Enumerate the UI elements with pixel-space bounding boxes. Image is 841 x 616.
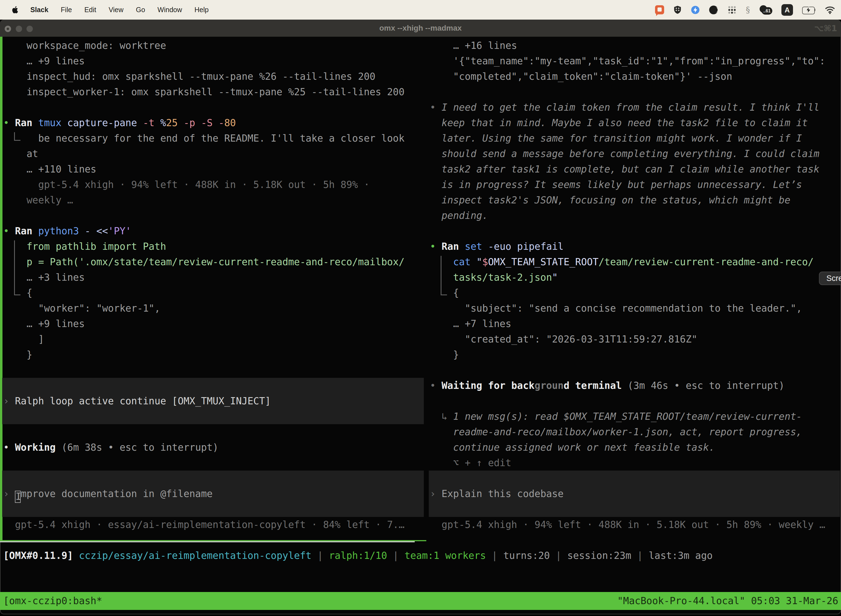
left-pane-line: "worker": "worker-1", [3, 301, 160, 316]
terminal-content[interactable]: workspace_mode: worktree … +9 lines insp… [0, 37, 841, 615]
terminal-window: omx --xhigh --madmax ⌥⌘1 workspace_mode:… [0, 20, 841, 615]
right-pane-line: "completed","claim_token":"claim-token"}… [430, 69, 732, 84]
dots-grid-icon[interactable] [727, 5, 737, 15]
right-pane-line: "created_at": "2026-03-31T11:59:27.816Z" [430, 331, 697, 347]
screen-share-icon[interactable] [655, 5, 664, 14]
messenger-icon[interactable] [691, 6, 700, 14]
tmux-status-bar: [omx-cczip0:bash*"MacBook-Pro-44.local" … [0, 592, 841, 610]
left-pane-line: { [3, 285, 32, 301]
window-shortcut-hint: ⌥⌘1 [814, 20, 837, 37]
menu-status-icons: § ..61 A [655, 4, 841, 16]
right-pane-line: inspect task2's JSON, focusing on the st… [430, 192, 790, 208]
title-bar[interactable]: omx --xhigh --madmax ⌥⌘1 [0, 20, 841, 37]
menu-item-edit[interactable]: Edit [84, 6, 96, 13]
wifi-icon[interactable] [825, 6, 835, 14]
right-pane-line: is in progress? It seems likely but perh… [430, 177, 802, 192]
seahorse-icon[interactable]: § [746, 5, 750, 15]
left-pane-line: from pathlib import Path [3, 239, 166, 254]
shield-icon[interactable] [673, 6, 682, 14]
menu-item-view[interactable]: View [109, 6, 124, 13]
right-pane-line: ⌥ + ↑ edit [430, 455, 511, 471]
left-pane-line: • Ran python3 - <<'PY' [3, 223, 131, 239]
left-pane-line: … +9 lines [3, 53, 85, 69]
omx-status-line: [OMX#0.11.9] cczip/essay/ai-reimplementa… [3, 548, 713, 563]
left-pane-line: weekly … [3, 192, 73, 208]
left-pane-line: … +9 lines [3, 316, 85, 331]
menu-items: SlackFileEditViewGoWindowHelp [18, 6, 209, 14]
right-pane-line: task2 after task1 is complete, but can I… [430, 161, 819, 177]
left-pane-line: workspace_mode: worktree [3, 38, 166, 53]
left-pane-line: • Working (6m 38s • esc to interrupt) [3, 440, 218, 455]
window-title: omx --xhigh --madmax [0, 20, 841, 37]
left-pane-line: … +3 lines [3, 270, 85, 285]
right-pane-line: '{"team_name":"my-team","task_id":"1","f… [430, 53, 825, 69]
menu-left: SlackFileEditViewGoWindowHelp [0, 6, 209, 14]
pane-divider[interactable] [0, 37, 3, 540]
keyboard-a-icon[interactable]: A [781, 4, 793, 16]
left-pane-line: gpt-5.4 xhigh · essay/ai-reimplementatio… [3, 517, 404, 532]
apple-menu[interactable] [12, 6, 18, 14]
menu-item-window[interactable]: Window [158, 6, 182, 13]
right-pane-line: { [430, 285, 459, 301]
screenshot-tooltip: Scre [819, 271, 841, 285]
menu-item-help[interactable]: Help [195, 6, 209, 13]
right-pane-line: keep that in mind. Maybe I also need the… [430, 115, 808, 131]
menu-item-go[interactable]: Go [136, 6, 145, 13]
right-pane-line: "subject": "send a concise recommendatio… [430, 301, 802, 316]
right-pane-line: › Explain this codebase [430, 486, 564, 502]
left-pane-line: › Improve documentation in @filename [3, 486, 213, 502]
left-pane-line: inspect_hud: omx sparkshell --tmux-pane … [3, 69, 375, 84]
right-pane-line: tasks/task-2.json" [430, 270, 558, 285]
right-pane-line: ↳ 1 new msg(s): read $OMX_TEAM_STATE_ROO… [430, 409, 802, 424]
left-pane-line: ] [3, 331, 44, 347]
right-pane-line: later. Using the same for transition mig… [430, 131, 802, 146]
left-pane-line: } [3, 347, 32, 362]
right-pane-line: should send a message before completing … [430, 146, 819, 161]
right-pane-line: • Ran set -euo pipefail [430, 239, 564, 254]
left-pane-line: at [3, 146, 38, 161]
left-pane-line: gpt-5.4 xhigh · 94% left · 488K in · 5.1… [3, 177, 370, 192]
text-cursor: I [15, 491, 21, 503]
left-pane-line: • Ran tmux capture-pane -t %25 -p -S -80 [3, 115, 236, 131]
menu-item-file[interactable]: File [61, 6, 72, 13]
right-pane-line: readme-and-reco/mailbox/worker-1.json, a… [430, 424, 802, 440]
moon-icon[interactable] [709, 5, 718, 15]
tmux-host-time: "MacBook-Pro-44.local" 05:03 31-Mar-26 [617, 592, 838, 610]
left-pane-line: › Ralph loop active continue [OMX_TMUX_I… [3, 393, 271, 409]
right-pane-line: … +7 lines [430, 316, 511, 331]
right-pane-line: gpt-5.4 xhigh · 94% left · 488K in · 5.1… [430, 517, 825, 532]
menu-bar: SlackFileEditViewGoWindowHelp § [0, 0, 841, 20]
right-pane-line: pending. [430, 208, 488, 223]
apple-icon [12, 6, 18, 14]
menu-item-slack[interactable]: Slack [30, 6, 48, 13]
right-pane-line: • I need to get the claim token from the… [430, 100, 819, 115]
left-pane-line: be necessary for the end of the README. … [3, 131, 404, 146]
right-pane-line: • Waiting for background terminal (3m 46… [430, 378, 784, 393]
right-pane-line: } [430, 347, 459, 362]
battery-charging-icon[interactable] [802, 7, 816, 13]
left-pane-line: … +110 lines [3, 161, 96, 177]
tmux-session-label: [omx-cczip0:bash* [3, 592, 102, 610]
left-pane-line: inspect_worker-1: omx sparkshell --tmux-… [3, 84, 404, 100]
left-pane-line: p = Path('.omx/state/team/review-current… [3, 254, 404, 270]
right-pane-line: cat "$OMX_TEAM_STATE_ROOT/team/review-cu… [430, 254, 814, 270]
right-pane-line: continue assigned work or next feasible … [430, 440, 715, 455]
pane-border-right [0, 541, 415, 542]
battery-badge-icon[interactable]: ..61 [759, 5, 772, 15]
right-pane-line: … +16 lines [430, 38, 517, 53]
